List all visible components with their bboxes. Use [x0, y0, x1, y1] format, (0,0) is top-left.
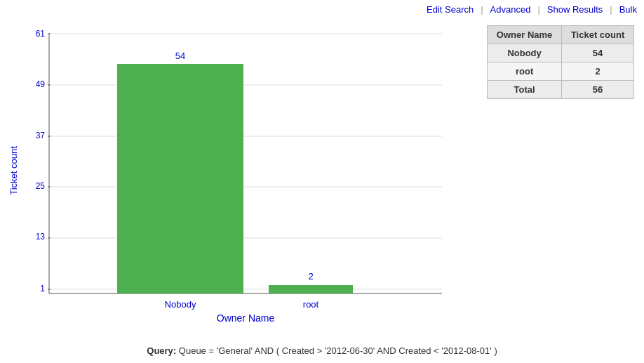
- y-axis-title: Ticket count: [8, 146, 19, 195]
- advanced-link[interactable]: Advanced: [486, 3, 535, 16]
- bar-chart: Ticket count 1 13 25 37 49 61: [7, 20, 463, 322]
- count-root: 2: [562, 62, 634, 81]
- col-ticket-count: Ticket count: [562, 26, 634, 44]
- y-label-49: 49: [36, 79, 46, 89]
- sep1: |: [481, 4, 483, 15]
- y-label-13: 13: [36, 232, 46, 242]
- y-label-25: 25: [36, 181, 46, 191]
- owner-total: Total: [488, 81, 562, 99]
- query-section: Query: Queue = 'General' AND ( Created >…: [0, 345, 644, 356]
- query-value: Queue = 'General' AND ( Created > '2012-…: [179, 345, 497, 356]
- toolbar: Edit Search | Advanced | Show Results | …: [422, 3, 644, 16]
- owner-root: root: [488, 62, 562, 81]
- chart-container: Ticket count 1 13 25 37 49 61: [7, 20, 463, 322]
- bar-root-x-label: root: [303, 299, 319, 310]
- edit-search-link[interactable]: Edit Search: [422, 3, 478, 16]
- sep2: |: [537, 4, 539, 15]
- sep3: |: [610, 4, 612, 15]
- show-results-link[interactable]: Show Results: [543, 3, 607, 16]
- table-row-total: Total 56: [488, 81, 634, 99]
- owner-nobody: Nobody: [488, 44, 562, 62]
- table-row: root 2: [488, 62, 634, 81]
- query-label: Query:: [147, 345, 176, 356]
- data-table: Owner Name Ticket count Nobody 54 root 2…: [487, 25, 634, 99]
- bulk-link[interactable]: Bulk: [615, 3, 641, 16]
- x-axis-title: Owner Name: [217, 312, 275, 322]
- col-owner-name: Owner Name: [488, 26, 562, 44]
- y-label-61: 61: [36, 29, 46, 39]
- y-label-37: 37: [36, 131, 46, 140]
- bar-nobody: [117, 64, 243, 293]
- count-nobody: 54: [562, 44, 634, 62]
- bar-nobody-x-label: Nobody: [165, 299, 196, 310]
- y-label-1: 1: [40, 284, 45, 293]
- bar-nobody-label: 54: [175, 51, 185, 61]
- bar-root-label: 2: [308, 271, 313, 282]
- table-row: Nobody 54: [488, 44, 634, 62]
- bar-root: [269, 285, 353, 293]
- count-total: 56: [562, 81, 634, 99]
